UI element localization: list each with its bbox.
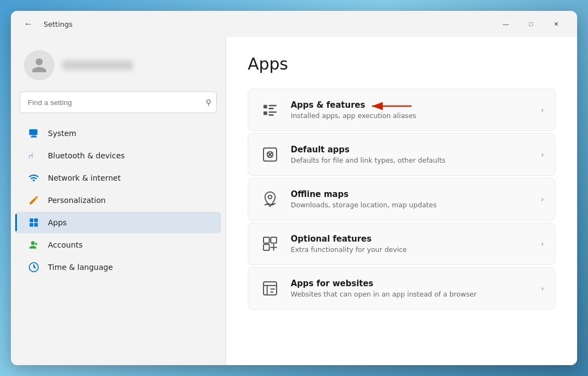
apps-icon	[28, 217, 39, 228]
svg-rect-2	[30, 137, 37, 138]
settings-card-optional-features[interactable]: Optional featuresExtra functionality for…	[248, 223, 555, 265]
svg-rect-16	[268, 114, 273, 116]
arrow-annotation	[365, 101, 414, 112]
system-icon	[28, 128, 39, 139]
close-button[interactable]: ✕	[543, 15, 568, 33]
card-chevron-apps-features: ›	[541, 106, 544, 114]
sidebar-item-accounts[interactable]: Accounts	[15, 234, 221, 256]
card-icon-apps-websites	[259, 278, 281, 299]
settings-card-apps-websites[interactable]: Apps for websitesWebsites that can open …	[248, 267, 555, 310]
card-text-optional-features: Optional featuresExtra functionality for…	[291, 234, 531, 254]
sidebar-item-label-time: Time & language	[48, 263, 113, 272]
svg-rect-6	[30, 223, 34, 227]
card-title-row: Apps & features	[291, 100, 531, 112]
title-bar-left: ← Settings	[20, 15, 493, 33]
card-title-optional-features: Optional features	[291, 234, 531, 244]
main-content: Apps Apps & features Installed apps, app…	[226, 37, 577, 365]
bluetooth-icon: ⑁	[28, 150, 39, 161]
network-icon	[28, 172, 39, 183]
sidebar-item-system[interactable]: System	[15, 122, 221, 144]
username-blurred	[62, 60, 133, 70]
search-box: ⚲	[20, 91, 217, 113]
svg-point-8	[31, 241, 35, 245]
card-desc-offline-maps: Downloads, storage location, map updates	[291, 201, 531, 209]
search-input[interactable]	[20, 91, 217, 113]
svg-rect-22	[264, 237, 270, 243]
svg-rect-23	[271, 237, 277, 243]
settings-window: ← Settings — □ ✕ ⚲	[11, 11, 577, 365]
svg-rect-15	[268, 112, 277, 113]
card-icon-apps-features	[259, 99, 281, 121]
svg-text:⑁: ⑁	[28, 151, 33, 161]
settings-card-offline-maps[interactable]: Offline mapsDownloads, storage location,…	[248, 178, 555, 220]
card-title-apps-features: Apps & features	[291, 100, 365, 110]
sidebar-item-label-network: Network & internet	[48, 174, 121, 182]
nav-items-container: System⑁Bluetooth & devicesNetwork & inte…	[11, 122, 225, 279]
user-profile	[11, 41, 225, 91]
sidebar: ⚲ System⑁Bluetooth & devicesNetwork & in…	[11, 37, 226, 365]
card-desc-apps-features: Installed apps, app execution aliases	[291, 112, 531, 120]
svg-rect-11	[264, 105, 267, 109]
card-title-offline-maps: Offline maps	[291, 189, 531, 199]
card-text-apps-features: Apps & features Installed apps, app exec…	[291, 100, 531, 120]
maximize-button[interactable]: □	[518, 15, 543, 33]
card-chevron-offline-maps: ›	[541, 195, 544, 204]
svg-point-21	[269, 153, 271, 156]
page-title: Apps	[248, 54, 555, 73]
card-desc-apps-websites: Websites that can open in an app instead…	[291, 290, 531, 298]
card-chevron-apps-websites: ›	[541, 284, 544, 293]
sidebar-item-network[interactable]: Network & internet	[15, 167, 221, 189]
sidebar-item-apps[interactable]: Apps	[15, 212, 221, 233]
card-title-apps-websites: Apps for websites	[291, 279, 531, 288]
svg-rect-4	[30, 219, 34, 223]
time-icon	[28, 262, 39, 273]
back-button[interactable]: ←	[20, 15, 37, 33]
settings-card-apps-features[interactable]: Apps & features Installed apps, app exec…	[248, 89, 555, 131]
svg-rect-14	[268, 108, 273, 109]
card-text-default-apps: Default appsDefaults for file and link t…	[291, 145, 531, 164]
accounts-icon	[28, 239, 39, 250]
svg-rect-7	[34, 223, 38, 227]
window-title: Settings	[44, 20, 72, 28]
avatar	[24, 50, 54, 81]
personalization-icon	[28, 195, 39, 206]
sidebar-item-label-accounts: Accounts	[48, 241, 83, 249]
card-text-offline-maps: Offline mapsDownloads, storage location,…	[291, 189, 531, 209]
svg-rect-12	[264, 112, 267, 115]
svg-rect-27	[264, 282, 277, 295]
sidebar-item-label-apps: Apps	[48, 218, 67, 227]
settings-cards-container: Apps & features Installed apps, app exec…	[248, 89, 555, 310]
sidebar-item-bluetooth[interactable]: ⑁Bluetooth & devices	[15, 145, 221, 167]
card-desc-default-apps: Defaults for file and link types, other …	[291, 156, 531, 164]
svg-rect-13	[268, 105, 277, 107]
svg-point-9	[35, 243, 38, 245]
svg-rect-1	[32, 135, 36, 137]
sidebar-item-time[interactable]: Time & language	[15, 256, 221, 278]
card-text-apps-websites: Apps for websitesWebsites that can open …	[291, 279, 531, 298]
card-icon-optional-features	[259, 233, 281, 255]
card-title-default-apps: Default apps	[291, 145, 531, 155]
svg-rect-24	[264, 244, 270, 250]
sidebar-item-label-bluetooth: Bluetooth & devices	[48, 151, 125, 160]
card-desc-optional-features: Extra functionality for your device	[291, 245, 531, 254]
card-chevron-optional-features: ›	[541, 239, 544, 248]
content-area: ⚲ System⑁Bluetooth & devicesNetwork & in…	[11, 37, 577, 365]
sidebar-item-personalization[interactable]: Personalization	[15, 189, 221, 211]
settings-card-default-apps[interactable]: Default appsDefaults for file and link t…	[248, 133, 555, 176]
card-chevron-default-apps: ›	[541, 150, 544, 159]
card-icon-default-apps	[259, 144, 281, 165]
title-bar-controls: — □ ✕	[493, 15, 568, 33]
user-icon	[30, 57, 48, 74]
title-bar: ← Settings — □ ✕	[11, 11, 577, 37]
sidebar-item-label-personalization: Personalization	[48, 196, 106, 205]
sidebar-item-label-system: System	[48, 129, 76, 138]
svg-rect-5	[34, 219, 38, 223]
svg-rect-0	[29, 130, 38, 135]
minimize-button[interactable]: —	[493, 15, 518, 33]
card-icon-offline-maps	[259, 188, 281, 210]
